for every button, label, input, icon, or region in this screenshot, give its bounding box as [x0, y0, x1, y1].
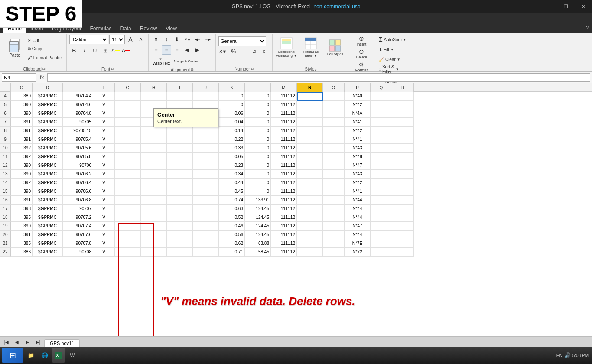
grid-cell[interactable]: N*41	[345, 187, 371, 196]
grid-cell[interactable]	[392, 101, 414, 109]
grid-cell[interactable]: 90707.4	[63, 222, 93, 231]
number-format-select[interactable]: General	[218, 36, 266, 46]
grid-cell[interactable]	[193, 127, 219, 135]
grid-cell[interactable]: V	[93, 205, 115, 213]
clipboard-expand-icon[interactable]: ⧉	[42, 67, 45, 72]
grid-cell[interactable]: N*72	[345, 248, 371, 257]
grid-cell[interactable]	[193, 239, 219, 248]
grid-cell[interactable]	[392, 205, 414, 213]
grid-cell[interactable]	[392, 187, 414, 196]
grid-cell[interactable]	[323, 101, 345, 109]
underline-button[interactable]: U	[90, 46, 100, 55]
grid-cell[interactable]	[323, 248, 345, 257]
grid-cell[interactable]: $GPRMC	[33, 222, 63, 231]
delete-cells-button[interactable]: ⊖ Delete	[352, 48, 371, 60]
grid-cell[interactable]	[323, 170, 345, 179]
grid-cell[interactable]: 63.88	[245, 239, 271, 248]
grid-cell[interactable]: 90706.8	[63, 196, 93, 205]
grid-cell[interactable]	[297, 239, 323, 248]
grid-cell[interactable]	[193, 135, 219, 144]
col-header-g[interactable]: G	[115, 83, 141, 92]
grid-cell[interactable]	[141, 179, 167, 187]
grid-cell[interactable]	[371, 222, 392, 231]
row-header[interactable]: 17	[0, 205, 11, 213]
grid-cell[interactable]	[371, 109, 392, 118]
row-header[interactable]: 19	[0, 222, 11, 231]
grid-cell[interactable]	[141, 222, 167, 231]
grid-cell[interactable]	[323, 135, 345, 144]
grid-cell[interactable]: 111112	[271, 239, 297, 248]
col-header-q[interactable]: Q	[371, 83, 392, 92]
grid-cell[interactable]: 111112	[271, 161, 297, 170]
grid-cell[interactable]	[297, 170, 323, 179]
grid-cell[interactable]: $GPRMC	[33, 196, 63, 205]
grid-cell[interactable]	[167, 231, 193, 239]
col-header-n[interactable]: N	[297, 83, 323, 92]
grid-cell[interactable]: 90706.6	[63, 187, 93, 196]
decrease-font-btn[interactable]: A	[136, 35, 146, 44]
grid-cell[interactable]: 0.46	[219, 222, 245, 231]
grid-cell[interactable]: 111112	[271, 92, 297, 101]
grid-cell[interactable]	[392, 248, 414, 257]
grid-cell[interactable]	[392, 161, 414, 170]
font-expand-icon[interactable]: ⧉	[111, 67, 114, 72]
grid-cell[interactable]	[141, 213, 167, 222]
paste-button[interactable]: Paste	[4, 35, 25, 61]
grid-cell[interactable]	[297, 92, 323, 101]
minimize-button[interactable]: —	[540, 0, 557, 13]
grid-cell[interactable]	[193, 213, 219, 222]
grid-cell[interactable]	[167, 144, 193, 153]
grid-cell[interactable]	[141, 153, 167, 161]
grid-cell[interactable]	[141, 231, 167, 239]
grid-cell[interactable]	[371, 179, 392, 187]
grid-cell[interactable]	[141, 127, 167, 135]
grid-cell[interactable]	[297, 213, 323, 222]
bottom-align-btn[interactable]: ⬇	[172, 35, 182, 44]
grid-cell[interactable]: V	[93, 109, 115, 118]
grid-cell[interactable]: 90704.8	[63, 109, 93, 118]
grid-cell[interactable]	[297, 231, 323, 239]
border-button[interactable]: ⊞	[101, 46, 110, 55]
grid-cell[interactable]	[115, 231, 141, 239]
grid-cell[interactable]: $GPRMC	[33, 248, 63, 257]
grid-cell[interactable]	[141, 144, 167, 153]
grid-cell[interactable]: N*43	[345, 170, 371, 179]
grid-cell[interactable]	[371, 118, 392, 127]
top-align-btn[interactable]: ⬆	[151, 35, 161, 44]
format-painter-button[interactable]: 🖌 Format Painter	[26, 54, 64, 62]
grid-cell[interactable]: 393	[11, 205, 33, 213]
grid-cell[interactable]	[141, 205, 167, 213]
grid-cell[interactable]: 111112	[271, 231, 297, 239]
col-header-f[interactable]: F	[93, 83, 115, 92]
grid-cell[interactable]: 124.45	[245, 222, 271, 231]
col-header-o[interactable]: O	[323, 83, 345, 92]
sheet-nav-last[interactable]: ▶|	[33, 337, 42, 347]
format-as-table-button[interactable]: Format asTable ▼	[299, 35, 322, 60]
grid-cell[interactable]: $GPRMC	[33, 231, 63, 239]
row-header[interactable]: 18	[0, 213, 11, 222]
grid-cell[interactable]: 392	[11, 153, 33, 161]
row-header[interactable]: 22	[0, 248, 11, 257]
grid-cell[interactable]	[371, 101, 392, 109]
grid-cell[interactable]: $GPRMC	[33, 101, 63, 109]
grid-cell[interactable]: V	[93, 92, 115, 101]
grid-cell[interactable]: 124.45	[245, 205, 271, 213]
grid-cell[interactable]	[392, 222, 414, 231]
grid-cell[interactable]: 90706	[63, 161, 93, 170]
grid-cell[interactable]: 111112	[271, 196, 297, 205]
grid-cell[interactable]	[141, 170, 167, 179]
grid-cell[interactable]: N*42	[345, 101, 371, 109]
grid-cell[interactable]: 111112	[271, 179, 297, 187]
grid-cell[interactable]	[115, 118, 141, 127]
grid-cell[interactable]: 0.33	[219, 144, 245, 153]
grid-cell[interactable]	[371, 213, 392, 222]
grid-cell[interactable]	[371, 239, 392, 248]
grid-cell[interactable]	[167, 222, 193, 231]
grid-cell[interactable]	[392, 179, 414, 187]
grid-cell[interactable]: N*47	[345, 161, 371, 170]
grid-cell[interactable]: V	[93, 161, 115, 170]
increase-indent-btn[interactable]: ▶	[193, 45, 202, 55]
row-header[interactable]: 7	[0, 118, 11, 127]
grid-cell[interactable]	[297, 179, 323, 187]
grid-cell[interactable]: V	[93, 170, 115, 179]
